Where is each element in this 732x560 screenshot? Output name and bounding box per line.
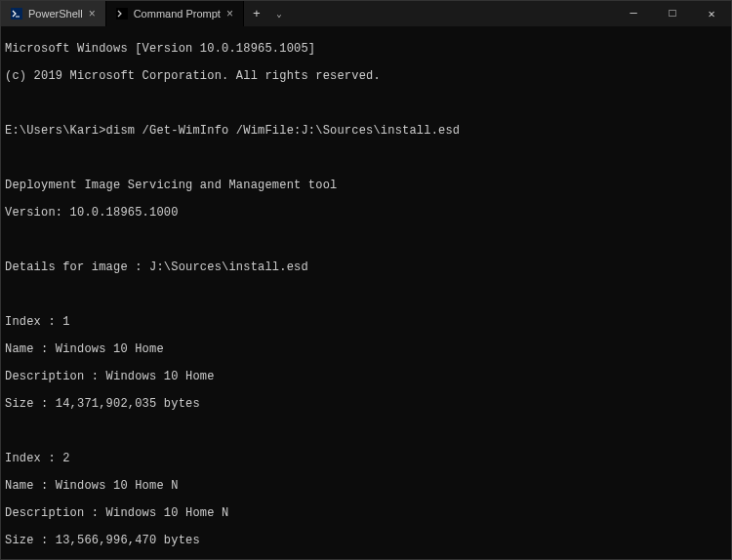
new-tab-button[interactable]: + [244,1,269,26]
tabs: PowerShell × Command Prompt × [1,1,244,26]
header-line: Microsoft Windows [Version 10.0.18965.10… [5,42,727,56]
maximize-button[interactable]: □ [653,1,692,26]
close-icon[interactable]: × [89,7,96,20]
entry-name: Name : Windows 10 Home N [5,479,727,493]
tab-command-prompt[interactable]: Command Prompt × [106,1,244,26]
powershell-icon [11,8,22,20]
entry-name: Name : Windows 10 Home [5,342,727,356]
details-line: Details for image : J:\Sources\install.e… [5,260,727,274]
tool-line: Version: 10.0.18965.1000 [5,206,727,220]
entry-desc: Description : Windows 10 Home N [5,506,727,520]
window-controls: — □ ✕ [614,1,731,26]
entry-size: Size : 14,371,902,035 bytes [5,397,727,411]
header-line: (c) 2019 Microsoft Corporation. All righ… [5,69,727,83]
close-button[interactable]: ✕ [692,1,731,26]
cmd-icon [116,8,128,20]
tab-powershell[interactable]: PowerShell × [1,1,106,26]
terminal-output[interactable]: Microsoft Windows [Version 10.0.18965.10… [1,26,731,560]
minimize-button[interactable]: — [614,1,653,26]
tool-line: Deployment Image Servicing and Managemen… [5,179,727,192]
entry-index: Index : 2 [5,452,727,465]
svg-rect-0 [11,8,22,20]
tab-dropdown-button[interactable]: ⌄ [269,1,289,26]
close-icon[interactable]: × [226,7,233,20]
entry-desc: Description : Windows 10 Home [5,370,727,383]
entry-size: Size : 13,566,996,470 bytes [5,534,727,547]
tab-label: Command Prompt [134,8,221,20]
prompt-command: E:\Users\Kari>dism /Get-WimInfo /WimFile… [5,124,727,138]
svg-rect-1 [116,8,128,20]
entry-index: Index : 1 [5,315,727,329]
tab-label: PowerShell [28,8,83,20]
titlebar: PowerShell × Command Prompt × + ⌄ — □ ✕ [1,1,731,26]
